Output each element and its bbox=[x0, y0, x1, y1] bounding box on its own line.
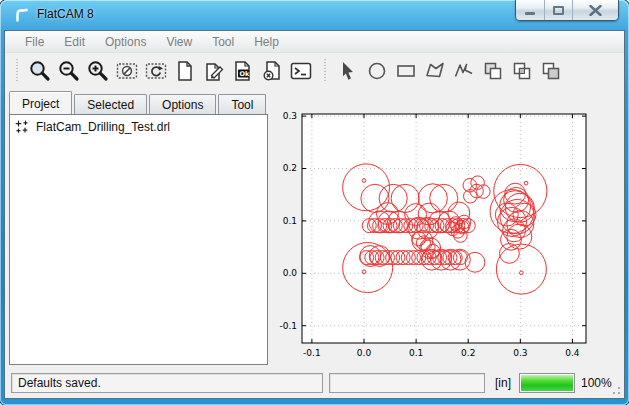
shell-icon bbox=[289, 59, 313, 83]
apply-ok-button[interactable]: Ok bbox=[228, 57, 257, 86]
menu-edit[interactable]: Edit bbox=[54, 32, 95, 52]
window-title: FlatCAM 8 bbox=[37, 7, 94, 21]
progress-fill bbox=[521, 375, 573, 391]
title-bar[interactable]: FlatCAM 8 bbox=[0, 0, 629, 30]
polygon-subtract-icon bbox=[539, 59, 563, 83]
project-tree: FlatCam_Drilling_Test.drl bbox=[9, 114, 268, 365]
plot-pane: -0.10.00.10.20.30.4-0.10.00.10.20.3 bbox=[268, 89, 624, 368]
svg-text:0.1: 0.1 bbox=[283, 216, 297, 226]
zoom-out-icon bbox=[57, 59, 81, 83]
progress-bar bbox=[519, 373, 575, 393]
status-bar: Defaults saved. [in] 100% bbox=[5, 368, 624, 398]
draw-polygon-button[interactable] bbox=[420, 57, 449, 86]
flatcam-logo-icon bbox=[13, 7, 29, 23]
progress-percent-label: 100% bbox=[581, 376, 612, 390]
close-icon bbox=[589, 5, 602, 16]
toolbar-drag-handle[interactable] bbox=[15, 59, 20, 83]
svg-text:-0.1: -0.1 bbox=[279, 321, 297, 331]
minimize-button[interactable] bbox=[516, 0, 545, 20]
svg-text:Ok: Ok bbox=[239, 70, 250, 78]
zoom-fit-button[interactable] bbox=[25, 57, 54, 86]
zoom-in-icon bbox=[86, 59, 110, 83]
tab-bar: Project Selected Options Tool bbox=[9, 91, 268, 114]
draw-polygon-icon bbox=[423, 59, 447, 83]
draw-path-button[interactable] bbox=[449, 57, 478, 86]
clear-plot-button[interactable] bbox=[112, 57, 141, 86]
tab-options[interactable]: Options bbox=[149, 94, 216, 114]
polygon-union-button[interactable] bbox=[478, 57, 507, 86]
shell-button[interactable] bbox=[286, 57, 315, 86]
draw-path-icon bbox=[452, 59, 476, 83]
toolbar: Ok bbox=[5, 53, 624, 89]
left-pane: Project Selected Options Tool bbox=[5, 89, 268, 368]
minimize-icon bbox=[525, 12, 535, 15]
menu-options[interactable]: Options bbox=[95, 32, 156, 52]
svg-text:0.2: 0.2 bbox=[461, 348, 475, 358]
plot-canvas[interactable]: -0.10.00.10.20.30.4-0.10.00.10.20.3 bbox=[268, 89, 626, 370]
select-tool-button[interactable] bbox=[333, 57, 362, 86]
apply-ok-icon: Ok bbox=[231, 59, 255, 83]
units-label: [in] bbox=[495, 376, 511, 390]
delete-file-button[interactable] bbox=[257, 57, 286, 86]
maximize-button[interactable] bbox=[545, 0, 573, 20]
polygon-intersection-button[interactable] bbox=[507, 57, 536, 86]
menu-view[interactable]: View bbox=[156, 32, 202, 52]
caption-buttons bbox=[515, 0, 619, 21]
drill-object-icon bbox=[14, 119, 30, 135]
status-field-secondary bbox=[329, 373, 485, 393]
toolbar-drag-handle[interactable] bbox=[323, 59, 328, 83]
draw-rectangle-button[interactable] bbox=[391, 57, 420, 86]
replot-icon bbox=[144, 59, 168, 83]
tab-project[interactable]: Project bbox=[9, 91, 72, 114]
zoom-fit-icon bbox=[28, 59, 52, 83]
menu-tool[interactable]: Tool bbox=[202, 32, 244, 52]
svg-text:0.3: 0.3 bbox=[283, 111, 297, 121]
menu-file[interactable]: File bbox=[15, 32, 54, 52]
app-window: FlatCAM 8 File Edit Options View Tool He… bbox=[0, 0, 629, 405]
svg-text:-0.1: -0.1 bbox=[303, 348, 321, 358]
polygon-intersection-icon bbox=[510, 59, 534, 83]
draw-circle-button[interactable] bbox=[362, 57, 391, 86]
status-message: Defaults saved. bbox=[11, 373, 323, 393]
svg-text:0.0: 0.0 bbox=[357, 348, 372, 358]
svg-text:0.0: 0.0 bbox=[283, 268, 298, 278]
svg-text:0.2: 0.2 bbox=[283, 163, 297, 173]
svg-text:0.4: 0.4 bbox=[565, 348, 580, 358]
clear-plot-icon bbox=[115, 59, 139, 83]
menu-help[interactable]: Help bbox=[244, 32, 289, 52]
new-file-button[interactable] bbox=[170, 57, 199, 86]
edit-file-button[interactable] bbox=[199, 57, 228, 86]
draw-rectangle-icon bbox=[394, 59, 418, 83]
select-arrow-icon bbox=[336, 59, 360, 83]
svg-text:0.3: 0.3 bbox=[513, 348, 527, 358]
tab-tool[interactable]: Tool bbox=[218, 94, 266, 114]
edit-file-icon bbox=[202, 59, 226, 83]
replot-button[interactable] bbox=[141, 57, 170, 86]
close-button[interactable] bbox=[573, 0, 618, 20]
tree-item-drill-object[interactable]: FlatCam_Drilling_Test.drl bbox=[10, 115, 267, 139]
menu-bar: File Edit Options View Tool Help bbox=[5, 31, 624, 53]
draw-circle-icon bbox=[365, 59, 389, 83]
delete-file-icon bbox=[260, 59, 284, 83]
resize-grip-icon[interactable] bbox=[609, 383, 621, 395]
zoom-in-button[interactable] bbox=[83, 57, 112, 86]
main-area: Project Selected Options Tool bbox=[5, 89, 624, 368]
polygon-subtract-button[interactable] bbox=[536, 57, 565, 86]
client-area: File Edit Options View Tool Help bbox=[4, 30, 625, 399]
maximize-icon bbox=[553, 6, 564, 15]
tree-item-label: FlatCam_Drilling_Test.drl bbox=[36, 120, 170, 134]
tab-selected[interactable]: Selected bbox=[74, 94, 147, 114]
new-file-icon bbox=[173, 59, 197, 83]
svg-text:0.1: 0.1 bbox=[409, 348, 423, 358]
zoom-out-button[interactable] bbox=[54, 57, 83, 86]
polygon-union-icon bbox=[481, 59, 505, 83]
